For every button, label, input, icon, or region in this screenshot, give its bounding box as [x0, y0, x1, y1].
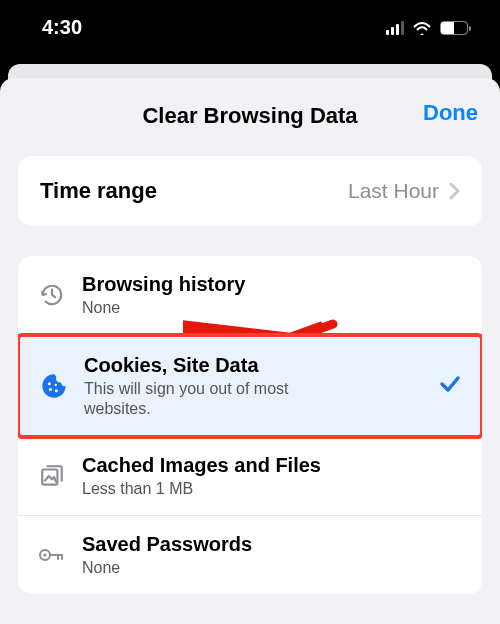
row-title: Cached Images and Files	[82, 453, 464, 477]
svg-point-2	[49, 388, 52, 391]
status-bar: 4:30	[0, 0, 500, 55]
chevron-right-icon	[449, 182, 460, 200]
row-saved-passwords[interactable]: Saved Passwords None	[18, 516, 482, 594]
svg-point-3	[55, 389, 58, 392]
history-icon	[36, 282, 68, 308]
cached-images-icon	[36, 463, 68, 489]
wifi-icon	[412, 21, 432, 35]
status-time: 4:30	[42, 16, 82, 39]
row-sub: Less than 1 MB	[82, 479, 464, 499]
row-title: Saved Passwords	[82, 532, 464, 556]
page-title: Clear Browsing Data	[142, 103, 357, 129]
checkmark-icon	[438, 372, 462, 400]
row-title: Cookies, Site Data	[84, 353, 424, 377]
sheet-header: Clear Browsing Data Done	[0, 98, 500, 134]
row-browsing-history[interactable]: Browsing history None	[18, 256, 482, 335]
row-title: Browsing history	[82, 272, 464, 296]
data-type-list: Browsing history None Cookies, Site Data…	[18, 256, 482, 594]
time-range-value-wrap: Last Hour	[348, 179, 460, 203]
time-range-label: Time range	[40, 178, 157, 204]
svg-point-1	[48, 382, 51, 385]
time-range-row[interactable]: Time range Last Hour	[18, 156, 482, 226]
key-icon	[36, 542, 68, 568]
time-range-value: Last Hour	[348, 179, 439, 203]
svg-point-4	[55, 384, 57, 386]
row-sub: None	[82, 558, 464, 578]
row-cookies-site-data[interactable]: Cookies, Site Data This will sign you ou…	[18, 333, 482, 439]
done-button[interactable]: Done	[423, 100, 478, 126]
row-cached-images[interactable]: Cached Images and Files Less than 1 MB	[18, 437, 482, 516]
battery-icon	[440, 21, 468, 35]
cookie-icon	[38, 372, 70, 400]
svg-point-7	[43, 553, 46, 556]
cell-signal-icon	[386, 21, 404, 35]
row-sub: This will sign you out of most websites.	[84, 379, 314, 419]
row-sub: None	[82, 298, 464, 318]
modal-sheet: Clear Browsing Data Done Time range Last…	[0, 78, 500, 624]
status-icons	[386, 21, 468, 35]
